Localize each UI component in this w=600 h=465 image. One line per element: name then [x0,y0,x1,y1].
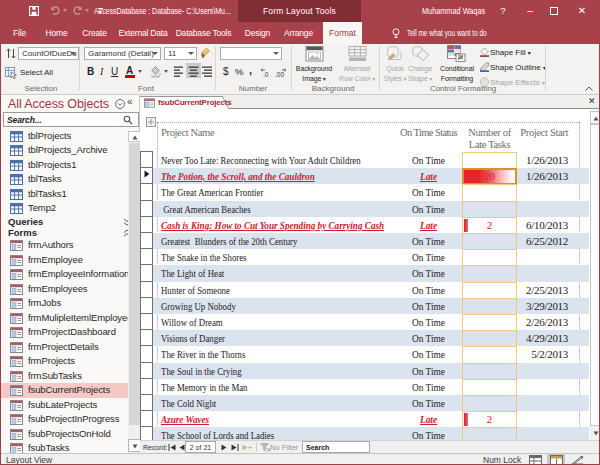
svg-text:.0: .0 [263,71,269,78]
svg-text:.00: .00 [275,71,284,78]
